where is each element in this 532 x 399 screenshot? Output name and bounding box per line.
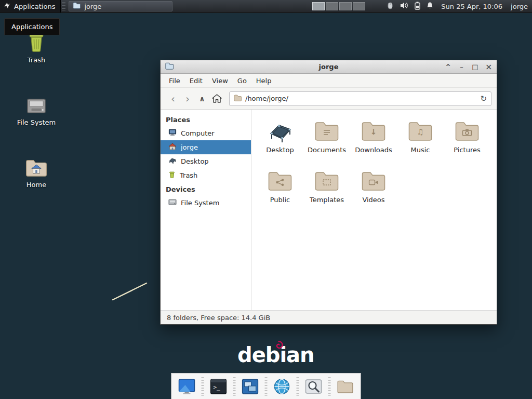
menu-file[interactable]: File xyxy=(164,75,185,87)
dock-separator[interactable] xyxy=(202,377,204,396)
drive-icon xyxy=(168,198,177,207)
menu-help[interactable]: Help xyxy=(251,75,276,87)
panel-handle[interactable] xyxy=(62,2,65,11)
sidebar-item-desktop[interactable]: Desktop xyxy=(161,154,251,168)
file-item-templates[interactable]: Templates xyxy=(303,167,350,217)
file-item-documents[interactable]: Documents xyxy=(303,117,350,167)
debian-wallpaper-logo: debian xyxy=(237,343,314,367)
dock-separator[interactable] xyxy=(297,377,299,396)
workspace-2[interactable] xyxy=(326,2,338,10)
workspace-switcher xyxy=(312,2,365,10)
sidebar-item-label: File System xyxy=(181,199,219,207)
panel-user-menu[interactable]: jorge xyxy=(511,3,528,10)
dock-separator[interactable] xyxy=(265,377,268,396)
desktop-settings-launcher[interactable] xyxy=(177,377,197,396)
file-label: Pictures xyxy=(454,146,480,154)
file-item-public[interactable]: Public xyxy=(257,167,303,217)
home-folder-icon xyxy=(5,154,68,178)
file-manager-launcher[interactable] xyxy=(336,377,355,396)
template-emblem xyxy=(323,179,331,185)
minimize-button[interactable]: – xyxy=(458,63,465,71)
workspace-3[interactable] xyxy=(339,2,352,10)
mouse-icon[interactable] xyxy=(386,2,394,11)
up-button[interactable]: ∧ xyxy=(195,91,209,106)
applications-menu-button[interactable]: Applications xyxy=(0,0,61,12)
drive-icon xyxy=(5,91,68,115)
desktop-icon-home[interactable]: Home xyxy=(5,154,68,189)
desktop-icon-label: File System xyxy=(5,118,68,126)
workspaces-launcher[interactable] xyxy=(241,377,260,396)
folder-icon xyxy=(265,167,295,195)
file-item-music[interactable]: ♫ Music xyxy=(397,117,444,167)
taskbar-window-button[interactable]: jorge xyxy=(69,1,172,11)
path-folder-icon xyxy=(234,95,242,103)
file-item-pictures[interactable]: Pictures xyxy=(444,117,490,167)
music-note-emblem: ♫ xyxy=(406,127,435,137)
path-text: /home/jorge/ xyxy=(245,95,288,102)
computer-icon xyxy=(168,129,177,138)
dock-separator[interactable] xyxy=(233,377,236,396)
download-arrow-emblem: ↓ xyxy=(359,127,388,137)
desktop-icon xyxy=(168,157,177,166)
camera-emblem xyxy=(462,129,472,136)
file-item-downloads[interactable]: ↓ Downloads xyxy=(350,117,397,167)
close-button[interactable]: × xyxy=(485,62,492,72)
workspace-4[interactable] xyxy=(353,2,365,10)
reload-button[interactable]: ↻ xyxy=(480,94,487,103)
window-icon xyxy=(165,62,174,71)
shade-button[interactable]: ^ xyxy=(445,63,451,71)
file-grid: Desktop Documents ↓ Downloads xyxy=(251,110,497,310)
file-item-desktop[interactable]: Desktop xyxy=(257,117,303,167)
sidebar-item-file-system[interactable]: File System xyxy=(161,196,251,209)
sidebar-item-label: Computer xyxy=(181,129,215,137)
sidebar-item-computer[interactable]: Computer xyxy=(161,126,251,140)
applications-menu-icon xyxy=(3,2,11,11)
sidebar-devices-header: Devices xyxy=(161,182,251,196)
menu-edit[interactable]: Edit xyxy=(185,75,207,87)
back-button[interactable]: ‹ xyxy=(166,91,180,106)
window-body: Places Computer jorge Desktop xyxy=(161,110,497,310)
volume-icon[interactable] xyxy=(400,2,409,11)
home-button[interactable] xyxy=(209,91,224,106)
folder-icon: ♫ xyxy=(406,117,435,145)
forward-button[interactable]: › xyxy=(180,91,195,106)
app-finder-launcher[interactable] xyxy=(304,377,324,396)
desktop-icon-label: Trash xyxy=(5,56,68,64)
file-label: Music xyxy=(411,146,430,154)
sidebar-places-header: Places xyxy=(161,113,251,126)
menu-go[interactable]: Go xyxy=(233,75,251,87)
menu-view[interactable]: View xyxy=(207,75,233,87)
file-label: Downloads xyxy=(355,146,392,154)
web-browser-launcher[interactable] xyxy=(272,377,292,396)
sidebar-item-jorge[interactable]: jorge xyxy=(161,140,251,154)
file-label: Public xyxy=(270,196,290,204)
system-tray xyxy=(386,2,434,11)
workspace-1[interactable] xyxy=(312,2,325,10)
top-panel: Applications jorge xyxy=(0,0,532,13)
desktop-icon-label: Home xyxy=(5,181,68,189)
panel-clock[interactable]: Sun 25 Apr, 10:06 xyxy=(441,3,502,10)
maximize-button[interactable]: □ xyxy=(472,63,478,71)
sidebar-item-trash[interactable]: Trash xyxy=(161,168,251,182)
folder-icon xyxy=(312,117,341,145)
file-label: Templates xyxy=(310,196,344,204)
battery-icon[interactable] xyxy=(415,2,420,11)
notifications-icon[interactable] xyxy=(426,2,434,11)
taskbar-window-label: jorge xyxy=(84,3,101,10)
sidebar-item-label: jorge xyxy=(181,143,198,151)
sidebar-item-label: Desktop xyxy=(181,157,209,165)
window-controls: ^ – □ × xyxy=(445,62,492,72)
desktop-stroke-artifact xyxy=(109,278,151,303)
desktop-icon xyxy=(265,117,295,145)
folder-icon xyxy=(312,167,341,195)
documents-emblem xyxy=(323,129,331,136)
file-item-videos[interactable]: Videos xyxy=(350,167,397,217)
folder-icon xyxy=(359,167,388,195)
dock-separator[interactable] xyxy=(328,377,331,396)
terminal-launcher[interactable]: >_ xyxy=(209,377,229,396)
svg-text:>_: >_ xyxy=(214,384,221,391)
desktop-icon-file-system[interactable]: File System xyxy=(5,91,68,126)
path-bar[interactable]: /home/jorge/ ↻ xyxy=(229,91,491,106)
folder-icon: ↓ xyxy=(359,117,388,145)
titlebar[interactable]: jorge ^ – □ × xyxy=(161,60,497,74)
